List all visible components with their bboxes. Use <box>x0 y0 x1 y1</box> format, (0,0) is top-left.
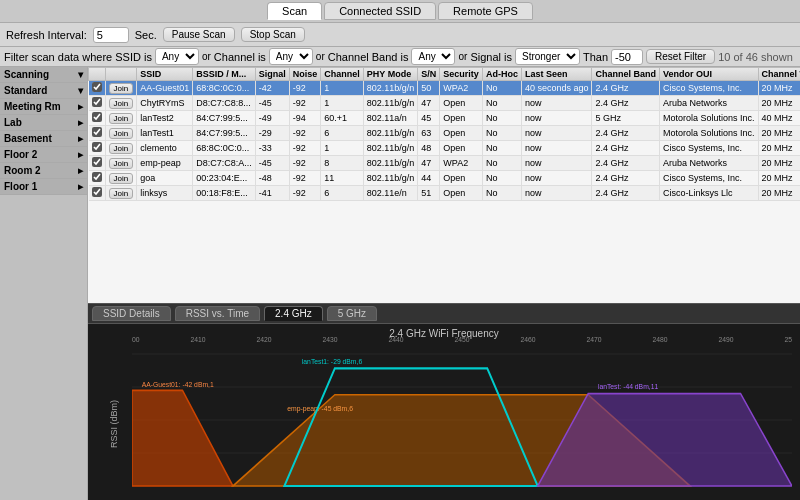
col-ssid[interactable]: SSID <box>137 68 193 81</box>
sidebar-section-meeting: Meeting Rm ▸ <box>0 99 87 115</box>
col-width[interactable]: Channel Width <box>758 68 800 81</box>
chart-area: 2.4 GHz WiFi Frequency RSSI (dBm) 2.4 GH… <box>88 324 800 500</box>
col-noise[interactable]: Noise <box>289 68 321 81</box>
cell-channel: 6 <box>321 126 364 141</box>
pause-scan-button[interactable]: Pause Scan <box>163 27 235 42</box>
cell-band: 2.4 GHz <box>592 96 660 111</box>
join-button[interactable]: Join <box>109 158 134 169</box>
col-adhoc[interactable]: Ad-Hoc <box>482 68 521 81</box>
sidebar-section-floor2: Floor 2 ▸ <box>0 147 87 163</box>
cell-noise: -92 <box>289 81 321 96</box>
filter-ssid-select[interactable]: Any <box>155 48 199 65</box>
svg-text:lanTest1: -29 dBm,6: lanTest1: -29 dBm,6 <box>302 356 362 366</box>
cell-lastseen: now <box>521 141 592 156</box>
cell-channel: 6 <box>321 186 364 201</box>
cell-lastseen: now <box>521 126 592 141</box>
sidebar-header-standard[interactable]: Standard ▾ <box>0 83 87 98</box>
join-button[interactable]: Join <box>109 188 134 199</box>
tab-connected-ssid[interactable]: Connected SSID <box>324 2 436 20</box>
sidebar-expand-basement: ▸ <box>78 133 83 144</box>
col-phy[interactable]: PHY Mode <box>363 68 418 81</box>
cell-width: 40 MHz <box>758 111 800 126</box>
cell-ssid: AA-Guest01 <box>137 81 193 96</box>
tab-ssid-details[interactable]: SSID Details <box>92 306 171 321</box>
or-label-2: or <box>316 51 325 62</box>
join-button[interactable]: Join <box>109 98 134 109</box>
table-header-row: SSID BSSID / M... Signal Noise Channel P… <box>89 68 801 81</box>
col-snr[interactable]: S/N <box>418 68 440 81</box>
cell-bssid: 68:8C:0C:0... <box>193 141 256 156</box>
sidebar-header-floor2[interactable]: Floor 2 ▸ <box>0 147 87 162</box>
join-button[interactable]: Join <box>109 113 134 124</box>
join-button[interactable]: Join <box>109 83 134 94</box>
table-body: JoinAA-Guest0168:8C:0C:0...-42-921802.11… <box>89 81 801 201</box>
cell-join: Join <box>105 171 137 186</box>
reset-filter-button[interactable]: Reset Filter <box>646 49 715 64</box>
cell-snr: 47 <box>418 96 440 111</box>
col-bssid[interactable]: BSSID / M... <box>193 68 256 81</box>
cell-width: 20 MHz <box>758 171 800 186</box>
table-row: Joingoa00:23:04:E...-48-9211802.11b/g/n4… <box>89 171 801 186</box>
sidebar-header-floor1[interactable]: Floor 1 ▸ <box>0 179 87 194</box>
sidebar-expand-standard: ▾ <box>78 85 83 96</box>
cell-check <box>89 156 106 171</box>
filter-signal-select[interactable]: Stronger <box>515 48 580 65</box>
table-row: Joinemp-peapD8:C7:C8:A...-45-928802.11b/… <box>89 156 801 171</box>
or-label-1: or <box>202 51 211 62</box>
sidebar-label-room2: Room 2 <box>4 165 41 176</box>
cell-band: 2.4 GHz <box>592 81 660 96</box>
sidebar: Scanning ▾ Standard ▾ Meeting Rm ▸ Lab ▸ <box>0 67 88 500</box>
cell-width: 20 MHz <box>758 96 800 111</box>
tab-scan[interactable]: Scan <box>267 2 322 20</box>
sidebar-header-lab[interactable]: Lab ▸ <box>0 115 87 130</box>
col-check[interactable] <box>89 68 106 81</box>
filter-band-select[interactable]: Any <box>411 48 455 65</box>
network-table: SSID BSSID / M... Signal Noise Channel P… <box>88 67 800 201</box>
stop-scan-button[interactable]: Stop Scan <box>241 27 305 42</box>
tab-rssi-time[interactable]: RSSI vs. Time <box>175 306 260 321</box>
sidebar-header-meeting[interactable]: Meeting Rm ▸ <box>0 99 87 114</box>
join-button[interactable]: Join <box>109 173 134 184</box>
cell-join: Join <box>105 81 137 96</box>
sidebar-label-floor1: Floor 1 <box>4 181 37 192</box>
cell-join: Join <box>105 186 137 201</box>
refresh-input[interactable] <box>93 27 129 43</box>
cell-phy: 802.11a/n <box>363 111 418 126</box>
join-button[interactable]: Join <box>109 143 134 154</box>
col-vendor[interactable]: Vendor OUI <box>659 68 758 81</box>
sidebar-expand-floor2: ▸ <box>78 149 83 160</box>
filter-than-input[interactable] <box>611 49 643 65</box>
tab-remote-gps[interactable]: Remote GPS <box>438 2 533 20</box>
band-label: Channel Band is <box>328 51 409 63</box>
filter-count: 10 of 46 shown <box>718 51 793 63</box>
chart-svg: -20 -40 -60 -80 -100 1 2 3 4 5 6 7 8 <box>132 332 792 500</box>
cell-security: Open <box>440 171 483 186</box>
table-row: JoinAA-Guest0168:8C:0C:0...-42-921802.11… <box>89 81 801 96</box>
col-join[interactable] <box>105 68 137 81</box>
cell-security: Open <box>440 111 483 126</box>
sidebar-header-scanning[interactable]: Scanning ▾ <box>0 67 87 82</box>
col-band[interactable]: Channel Band <box>592 68 660 81</box>
col-security[interactable]: Security <box>440 68 483 81</box>
sidebar-label-standard: Standard <box>4 85 47 96</box>
bottom-panel: SSID Details RSSI vs. Time 2.4 GHz 5 GHz… <box>88 303 800 500</box>
col-lastseen[interactable]: Last Seen <box>521 68 592 81</box>
top-toolbar: Refresh Interval: Sec. Pause Scan Stop S… <box>0 23 800 47</box>
tab-5ghz[interactable]: 5 GHz <box>327 306 377 321</box>
filter-channel-select[interactable]: Any <box>269 48 313 65</box>
cell-security: WPA2 <box>440 81 483 96</box>
table-row: Joinlinksys00:18:F8:E...-41-926802.11e/n… <box>89 186 801 201</box>
cell-signal: -33 <box>255 141 289 156</box>
sidebar-label-floor2: Floor 2 <box>4 149 37 160</box>
cell-vendor: Cisco Systems, Inc. <box>659 141 758 156</box>
sidebar-header-basement[interactable]: Basement ▸ <box>0 131 87 146</box>
cell-channel: 8 <box>321 156 364 171</box>
sidebar-header-room2[interactable]: Room 2 ▸ <box>0 163 87 178</box>
col-signal[interactable]: Signal <box>255 68 289 81</box>
network-table-area[interactable]: SSID BSSID / M... Signal Noise Channel P… <box>88 67 800 303</box>
col-channel[interactable]: Channel <box>321 68 364 81</box>
tab-2ghz[interactable]: 2.4 GHz <box>264 306 323 321</box>
sidebar-label-scanning: Scanning <box>4 69 49 80</box>
join-button[interactable]: Join <box>109 128 134 139</box>
signal-label: Signal is <box>470 51 512 63</box>
